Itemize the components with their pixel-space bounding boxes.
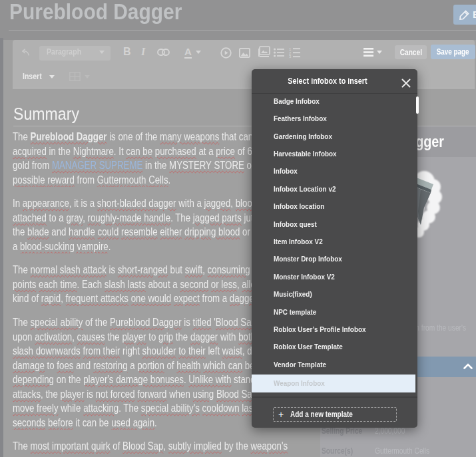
svg-text:3: 3 [289,55,292,58]
